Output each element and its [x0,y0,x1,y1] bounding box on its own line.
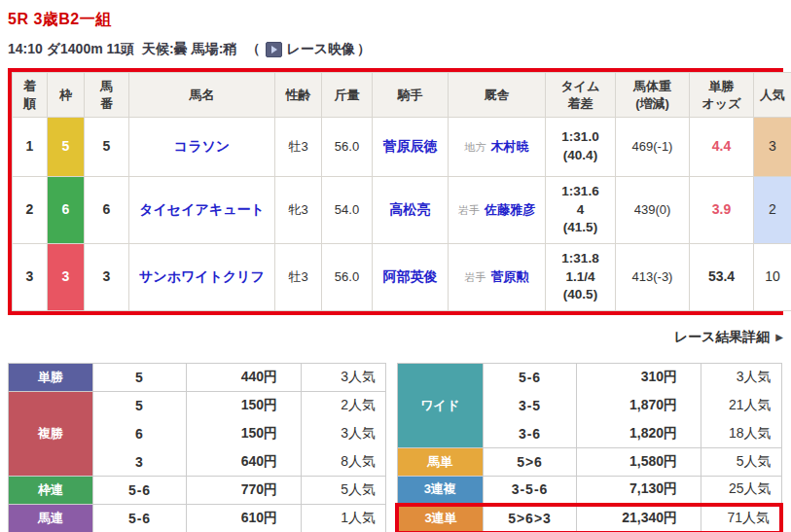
race-video-link[interactable]: レース映像 [286,41,355,58]
payout-popularity-cell: 1人気 [302,505,386,532]
jockey-cell: 阿部英俊 [373,244,449,311]
right-arrow-icon: ▶ [775,332,783,342]
bet-type-cell: 枠連 [9,477,93,505]
popularity-cell: 10 [754,244,791,311]
combination-cell: 5 [93,392,187,420]
result-row: 266タイセイアキュート牝354.0高松亮岩手佐藤雅彦1:31.6 4 (41.… [13,177,791,244]
column-header-6: 騎手 [373,73,449,118]
popularity-cell: 2 [754,177,791,244]
column-header-11: 人気 [754,73,791,118]
payout-amount-cell: 1,580円 [577,448,701,477]
jockey-cell: 高松亮 [373,177,449,244]
handicap-weight-cell: 56.0 [322,244,373,311]
stable-cell: 岩手菅原勲 [449,244,546,311]
waku-cell: 3 [48,244,85,311]
trainer-link[interactable]: 菅原勲 [491,269,529,284]
horse-name-link[interactable]: コラソン [174,138,230,154]
bet-type-cell: 3連複 [397,477,484,505]
bet-type-cell: ワイド [397,364,484,448]
payout-amount-cell: 310円 [577,364,701,392]
combination-cell: 5 [93,364,187,392]
video-play-icon[interactable] [266,42,282,57]
popularity-cell: 3 [754,118,791,177]
waku-cell: 5 [48,118,85,177]
stable-cell: 地方木村暁 [449,118,546,177]
payout-popularity-cell: 5人気 [701,448,782,477]
column-header-1: 枠 [48,73,85,118]
race-detail-label: レース結果詳細 [674,329,771,344]
horse-name-link[interactable]: サンホワイトクリフ [139,268,265,284]
result-row: 155コラソン牡356.0菅原辰徳地方木村暁1:31.0 (40.4)469(-… [13,118,791,177]
column-header-4: 性齢 [275,73,322,118]
payout-row: 複勝5150円2人気 [9,392,386,420]
play-triangle-icon [271,46,277,53]
horse-name-cell: コラソン [129,118,275,177]
payout-row: 3連複3-5-67,130円25人気 [397,477,781,505]
paren-open: （ [246,41,260,58]
payout-popularity-cell: 71人気 [701,505,782,532]
column-header-9: 馬体重 (増減) [616,73,690,118]
rank-cell: 3 [13,244,48,311]
column-header-0: 着 順 [13,73,48,118]
payout-amount-cell: 440円 [187,364,302,392]
payout-popularity-cell: 18人気 [701,420,782,448]
payout-table-right: ワイド5-6310円3人気3-51,870円21人気3-61,820円18人気馬… [395,363,783,532]
race-detail-link[interactable]: レース結果詳細▶ [674,329,783,344]
payout-amount-cell: 610円 [187,505,302,532]
payout-popularity-cell: 8人気 [302,448,386,477]
race-result-page: 5R 3歳B2一組 14:10 ダ1400m 11頭 天候:曇 馬場:稍 （ レ… [0,0,791,532]
payout-amount-cell: 150円 [187,420,302,448]
win-odds-cell: 3.9 [690,177,754,244]
time-margin-cell: 1:31.8 1.1/4 (40.5) [546,244,616,311]
win-odds-cell: 4.4 [690,118,754,177]
handicap-weight-cell: 54.0 [322,177,373,244]
body-weight-cell: 439(0) [616,177,690,244]
payout-amount-cell: 21,340円 [577,505,701,532]
column-header-3: 馬名 [129,73,275,118]
race-conditions: 14:10 ダ1400m 11頭 天候:曇 馬場:稍 [8,41,236,58]
jockey-link[interactable]: 菅原辰徳 [383,138,438,154]
stable-cell: 岩手佐藤雅彦 [449,177,546,244]
column-header-8: タイム 着差 [546,73,616,118]
combination-cell: 5-6 [93,477,187,505]
payout-popularity-cell: 5人気 [302,477,386,505]
paren-close: ） [357,41,371,58]
combination-cell: 3-5 [484,392,577,420]
column-header-5: 斤量 [322,73,373,118]
payout-row: 3連単5>6>321,340円71人気 [397,505,781,532]
jockey-cell: 菅原辰徳 [373,118,449,177]
payout-amount-cell: 1,820円 [577,420,701,448]
horse-number-cell: 3 [85,244,129,311]
jockey-link[interactable]: 阿部英俊 [383,268,438,284]
payout-amount-cell: 1,870円 [577,392,701,420]
horse-name-link[interactable]: タイセイアキュート [139,201,265,217]
payout-popularity-cell: 3人気 [302,420,386,448]
jockey-link[interactable]: 高松亮 [390,201,431,217]
payout-row: 馬連5-6610円1人気 [9,505,386,532]
trainer-link[interactable]: 佐藤雅彦 [485,202,535,217]
page-title: 5R 3歳B2一組 [8,10,783,30]
combination-cell: 5-6 [93,505,187,532]
trainer-link[interactable]: 木村暁 [491,139,529,154]
combination-cell: 3-5-6 [484,477,577,505]
combination-cell: 6 [93,420,187,448]
race-result-table: 着 順枠馬 番馬名性齢斤量騎手厩舎タイム 着差馬体重 (増減)単勝 オッズ人気1… [12,72,791,311]
detail-link-row: レース結果詳細▶ [8,328,783,346]
column-header-7: 厩舎 [449,73,546,118]
horse-name-cell: サンホワイトクリフ [129,244,275,311]
horse-number-cell: 5 [85,118,129,177]
body-weight-cell: 413(-3) [616,244,690,311]
combination-cell: 5>6 [484,448,577,477]
race-result-table-frame: 着 順枠馬 番馬名性齢斤量騎手厩舎タイム 着差馬体重 (増減)単勝 オッズ人気1… [8,68,783,315]
rank-cell: 1 [13,118,48,177]
sex-age-cell: 牡3 [275,118,322,177]
horse-number-cell: 6 [85,177,129,244]
waku-cell: 6 [48,177,85,244]
column-header-2: 馬 番 [85,73,129,118]
handicap-weight-cell: 56.0 [322,118,373,177]
payout-amount-cell: 7,130円 [577,477,701,505]
bet-type-cell: 3連単 [397,505,484,532]
payout-popularity-cell: 3人気 [302,364,386,392]
bet-type-cell: 複勝 [9,392,93,477]
time-margin-cell: 1:31.0 (40.4) [546,118,616,177]
